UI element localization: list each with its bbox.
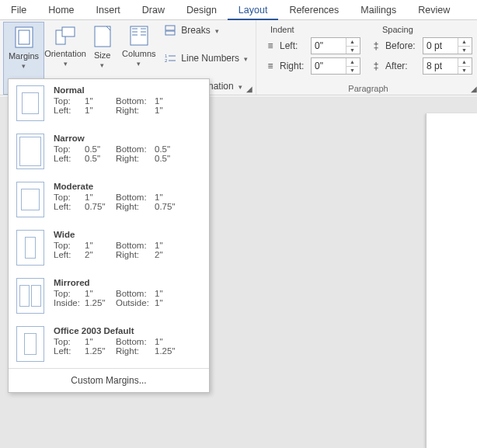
paragraph-group-label: Paragraph [259, 82, 477, 95]
indent-title: Indent [270, 25, 360, 34]
margin-preset-office-2003-default[interactable]: Office 2003 Default Top:1"Bottom:1" Left… [9, 320, 209, 368]
margin-preset-mirrored[interactable]: Mirrored Top:1"Bottom:1" Inside:1.25"Out… [9, 272, 209, 320]
svg-text:2: 2 [165, 58, 168, 63]
preset-thumb-icon [16, 326, 44, 362]
preset-name: Normal [54, 85, 162, 95]
ribbon-tabs: FileHomeInsertDrawDesignLayoutReferences… [0, 0, 477, 20]
orientation-icon [54, 26, 76, 46]
svg-rect-3 [62, 27, 75, 36]
indent-left-input[interactable]: ▲▼ [311, 37, 360, 54]
custom-margins-button[interactable]: Custom Margins... [9, 368, 209, 392]
margin-preset-moderate[interactable]: Moderate Top:1"Bottom:1" Left:0.75"Right… [9, 175, 209, 224]
tab-review[interactable]: Review [407, 0, 461, 20]
document-page[interactable] [426, 113, 477, 448]
preset-thumb-icon [16, 278, 44, 314]
spin-down[interactable]: ▼ [458, 67, 470, 75]
spin-down[interactable]: ▼ [346, 67, 358, 75]
preset-name: Office 2003 Default [54, 326, 175, 335]
size-icon [94, 26, 111, 47]
preset-name: Moderate [54, 182, 175, 191]
preset-name: Narrow [54, 134, 170, 143]
margin-preset-normal[interactable]: Normal Top:1"Bottom:1" Left:1"Right:1" [9, 79, 209, 127]
line-numbers-icon: 12 [164, 52, 176, 64]
line-numbers-button[interactable]: 12 Line Numbers ▾ [164, 52, 248, 64]
indent-right-input[interactable]: ▲▼ [311, 57, 360, 75]
preset-thumb-icon [16, 230, 44, 266]
spacing-block: Spacing ‡Before: ▲▼ ‡After: ▲▼ [365, 22, 477, 82]
indent-left-icon: ≡ [264, 40, 277, 52]
chevron-down-icon: ▾ [244, 55, 248, 63]
preset-name: Wide [54, 230, 162, 239]
spin-up[interactable]: ▲ [346, 38, 358, 47]
svg-rect-13 [165, 31, 175, 35]
breaks-icon [164, 24, 176, 36]
chevron-down-icon: ▾ [137, 60, 141, 68]
spacing-before-icon: ‡ [370, 40, 382, 52]
margins-icon [15, 26, 33, 48]
chevron-down-icon: ▾ [215, 27, 219, 35]
tab-draw[interactable]: Draw [131, 0, 176, 20]
chevron-down-icon: ▾ [238, 83, 242, 91]
preset-thumb-icon [16, 182, 44, 217]
tab-mailings[interactable]: Mailings [350, 0, 407, 20]
breaks-button[interactable]: Breaks ▾ [164, 24, 248, 36]
tab-layout[interactable]: Layout [228, 0, 279, 20]
spin-down[interactable]: ▼ [458, 47, 470, 54]
tab-insert[interactable]: Insert [85, 0, 131, 20]
page-setup-launcher[interactable]: ◢ [246, 85, 252, 93]
svg-rect-5 [131, 26, 148, 45]
spin-up[interactable]: ▲ [346, 58, 358, 67]
preset-name: Mirrored [54, 278, 162, 287]
chevron-down-icon: ▾ [22, 62, 26, 70]
indent-block: Indent ≡Left: ▲▼ ≡Right: ▲▼ [259, 22, 365, 82]
margins-dropdown: Normal Top:1"Bottom:1" Left:1"Right:1" N… [8, 78, 210, 393]
spacing-after-input[interactable]: ▲▼ [423, 57, 472, 75]
columns-icon [130, 26, 148, 46]
spin-up[interactable]: ▲ [458, 38, 470, 47]
spacing-before-input[interactable]: ▲▼ [423, 37, 472, 54]
chevron-down-icon: ▾ [100, 61, 104, 69]
spacing-after-icon: ‡ [370, 60, 382, 72]
svg-rect-12 [165, 26, 175, 30]
indent-right-icon: ≡ [264, 60, 277, 72]
svg-rect-4 [95, 26, 110, 47]
margin-preset-wide[interactable]: Wide Top:1"Bottom:1" Left:2"Right:2" [9, 224, 209, 272]
spin-down[interactable]: ▼ [346, 47, 358, 54]
tab-home[interactable]: Home [37, 0, 85, 20]
preset-thumb-icon [16, 134, 44, 169]
tab-file[interactable]: File [0, 0, 37, 20]
paragraph-launcher[interactable]: ◢ [471, 85, 477, 93]
margin-preset-narrow[interactable]: Narrow Top:0.5"Bottom:0.5" Left:0.5"Righ… [9, 127, 209, 175]
tab-design[interactable]: Design [176, 0, 228, 20]
chevron-down-icon: ▾ [64, 60, 68, 68]
spin-up[interactable]: ▲ [458, 58, 470, 67]
preset-thumb-icon [16, 85, 44, 121]
tab-references[interactable]: References [278, 0, 350, 20]
group-paragraph: Indent ≡Left: ▲▼ ≡Right: ▲▼ [256, 20, 477, 95]
spacing-title: Spacing [382, 25, 472, 34]
